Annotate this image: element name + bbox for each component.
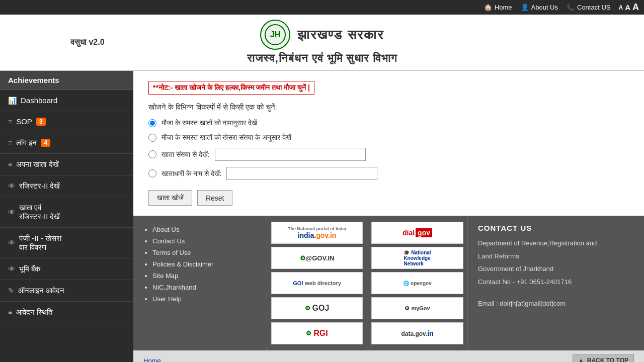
- register2-icon: 👁: [8, 182, 15, 190]
- sidebar-item-label: अपना खाता देखें: [16, 160, 58, 169]
- logo-knowledge-network[interactable]: 🎓 NationalKnowledgeNetwork: [371, 247, 463, 269]
- radio-group: मौजा के समस्त खातों को नामानुसार देखें म…: [148, 119, 629, 180]
- footer-section: About Us Contact Us Terms of Use Policie…: [133, 216, 644, 350]
- panji-icon: 👁: [8, 239, 15, 247]
- bottom-bar: Home ▲ BACK TO TOP: [133, 350, 644, 362]
- right-content: **नोट:- खाता खोजने के लिए हल्का,किस्म जम…: [133, 71, 644, 362]
- back-to-top-button[interactable]: ▲ BACK TO TOP: [573, 354, 634, 362]
- home-link[interactable]: 🏠 Home: [484, 3, 512, 12]
- online-app-icon: ✎: [8, 287, 14, 295]
- radio-accountno[interactable]: [148, 150, 156, 158]
- login-badge: 4: [41, 139, 50, 147]
- sidebar-item-khata-register[interactable]: 👁 खाता एवंरजिस्टर-II देखें: [0, 197, 133, 228]
- jharkhand-logo: JH: [260, 20, 290, 50]
- sidebar-item-label: लॉग इन: [16, 138, 37, 147]
- sidebar-item-bhumi-bank[interactable]: 👁 भूमि बैंक: [0, 258, 133, 280]
- sidebar-item-sop[interactable]: ≡ SOP 3: [0, 111, 133, 132]
- logo-gov-in[interactable]: ⚙ @GOV.IN: [271, 247, 363, 269]
- sidebar-item-label: भूमि बैंक: [19, 264, 40, 274]
- logo-mygov[interactable]: ⚙ myGov: [371, 297, 463, 319]
- footer-link-contact[interactable]: Contact Us: [152, 237, 257, 245]
- search-button[interactable]: खाता खोजें: [148, 190, 192, 206]
- footer-logos-right: dial gov 🎓 NationalKnowledgeNetwork 🌐 op…: [367, 216, 468, 350]
- note-text: **नोट:- खाता खोजने के लिए हल्का,किस्म जम…: [148, 81, 314, 95]
- svg-text:JH: JH: [270, 30, 280, 39]
- sidebar-item-my-account[interactable]: ≡ अपना खाता देखें: [0, 154, 133, 175]
- dept-name: राजस्व,निबंधन एवं भूमि सुधार विभाग: [247, 52, 397, 65]
- contact-heading: CONTACT US: [478, 224, 634, 232]
- radio-namewise[interactable]: [148, 119, 156, 127]
- sidebar-achievements: Achievements: [0, 71, 133, 90]
- holder-name-input[interactable]: [226, 167, 377, 180]
- main-layout: Achievements 📊 Dashboard ≡ SOP 3 ≡ लॉग इ…: [0, 71, 644, 362]
- footer-link-terms[interactable]: Terms of Use: [152, 249, 257, 256]
- sidebar-item-login[interactable]: ≡ लॉग इन 4: [0, 132, 133, 154]
- logo-dial-gov[interactable]: dial gov: [371, 222, 463, 244]
- back-to-top-label: BACK TO TOP: [587, 357, 628, 362]
- sidebar-item-label: ऑनलाइन आवेदन: [18, 286, 64, 295]
- phone-icon: 📞: [566, 3, 575, 12]
- dashboard-icon: 📊: [8, 97, 17, 105]
- contact-us-link[interactable]: 📞 Contact US: [566, 3, 610, 12]
- sidebar-item-register2[interactable]: 👁 रजिस्टर-II देखें: [0, 175, 133, 197]
- contact-us-label: Contact US: [577, 4, 610, 11]
- button-row: खाता खोजें Reset: [148, 190, 629, 206]
- reset-button[interactable]: Reset: [197, 190, 233, 206]
- sidebar: Achievements 📊 Dashboard ≡ SOP 3 ≡ लॉग इ…: [0, 71, 133, 362]
- footer-link-help[interactable]: User Help: [152, 295, 257, 303]
- home-bottom-link[interactable]: Home: [143, 357, 161, 363]
- home-label: Home: [495, 4, 512, 11]
- radio-item-1[interactable]: मौजा के समस्त खातों को नामानुसार देखें: [148, 119, 629, 127]
- app-status-icon: ≡: [8, 308, 12, 316]
- sidebar-item-label: खाता एवंरजिस्टर-II देखें: [19, 203, 60, 221]
- radio-item-2[interactable]: मौजा के समस्त खातों को खेसरा संख्या के अ…: [148, 133, 629, 142]
- bhumi-bank-icon: 👁: [8, 265, 15, 273]
- content-main: **नोट:- खाता खोजने के लिए हल्का,किस्म जम…: [133, 71, 644, 216]
- sidebar-item-label: Dashboard: [21, 96, 57, 105]
- sidebar-item-label: SOP: [16, 117, 32, 126]
- about-us-link[interactable]: 👤 About Us: [520, 3, 558, 12]
- about-us-label: About Us: [531, 4, 558, 11]
- radio-item-3[interactable]: खाता संख्या से देखें:: [148, 148, 629, 161]
- logo-data-gov[interactable]: data.gov.in: [371, 322, 463, 344]
- footer-link-policies[interactable]: Policies & Disclaimer: [152, 260, 257, 268]
- logo-rgi[interactable]: ⚙ RGI: [271, 322, 363, 344]
- login-icon: ≡: [8, 139, 12, 147]
- sidebar-item-label: रजिस्टर-II देखें: [19, 182, 60, 191]
- sidebar-item-label: पंजी -II - खेसरावार विवरण: [19, 234, 61, 252]
- radio-khesrawise[interactable]: [148, 134, 156, 142]
- logo-goj[interactable]: ⚙ GOJ: [271, 297, 363, 319]
- sop-icon: ≡: [8, 118, 12, 126]
- logo-opengov[interactable]: 🌐 opengov: [371, 272, 463, 294]
- sidebar-item-dashboard[interactable]: 📊 Dashboard: [0, 90, 133, 111]
- about-icon: 👤: [520, 3, 529, 12]
- footer-link-sitemap[interactable]: Site Map: [152, 272, 257, 280]
- khata-register-icon: 👁: [8, 208, 15, 216]
- search-heading: खोजने के विभिन्न विकल्पों में से किसी एक…: [148, 103, 629, 112]
- footer-link-about[interactable]: About Us: [152, 226, 257, 233]
- sop-badge: 3: [36, 118, 46, 126]
- sidebar-item-app-status[interactable]: ≡ आवेदन स्थिति: [0, 302, 133, 323]
- footer-link-nic[interactable]: NIC,Jharkhand: [152, 284, 257, 291]
- radio-item-4[interactable]: खाताधारी के नाम से देखें:: [148, 167, 629, 180]
- footer-contact: CONTACT US Department of Revenue,Registr…: [468, 216, 644, 350]
- font-size-controls: A A A: [618, 2, 639, 13]
- font-small-button[interactable]: A: [618, 4, 623, 11]
- font-large-button[interactable]: A: [632, 2, 639, 13]
- logo-goi-web[interactable]: GOI web directory: [271, 272, 363, 294]
- home-icon: 🏠: [484, 3, 493, 12]
- account-icon: ≡: [8, 160, 12, 168]
- back-to-top-icon: ▲: [578, 357, 584, 362]
- account-number-input[interactable]: [215, 148, 366, 161]
- govt-name: झारखण्ड सरकार: [297, 27, 383, 43]
- footer-links: About Us Contact Us Terms of Use Policie…: [133, 216, 267, 350]
- footer-logos-left: The National portal of India india.gov.i…: [267, 216, 367, 350]
- sidebar-item-online-application[interactable]: ✎ ऑनलाइन आवेदन: [0, 280, 133, 302]
- sidebar-item-panji[interactable]: 👁 पंजी -II - खेसरावार विवरण: [0, 228, 133, 258]
- sidebar-item-label: आवेदन स्थिति: [16, 308, 52, 317]
- logo-india-gov[interactable]: The National portal of India india.gov.i…: [271, 222, 363, 244]
- font-medium-button[interactable]: A: [625, 3, 630, 12]
- radio-holdername[interactable]: [148, 169, 156, 177]
- top-bar: 🏠 Home 👤 About Us 📞 Contact US A A A: [0, 0, 644, 15]
- header: वसुधा v2.0 JH झारखण्ड सरकार राजस्व,निबंध…: [0, 15, 644, 71]
